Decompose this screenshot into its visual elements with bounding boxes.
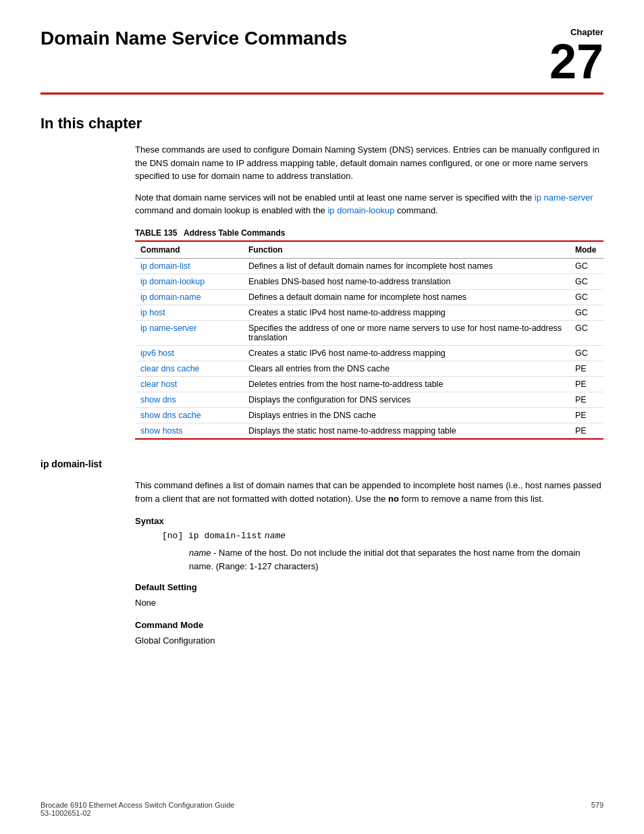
table-row: ip domain-nameDefines a default domain n… [135,289,603,305]
command-link-show-dns-cache[interactable]: show dns cache [140,411,201,420]
table-cell-command: show dns [135,392,243,407]
table-cell-mode: GC [570,258,603,273]
ip-domain-list-body: This command defines a list of domain na… [135,479,603,507]
table-cell-command: clear host [135,376,243,392]
note-text-end: command. [397,205,438,215]
table-cell-mode: GC [570,273,603,289]
chapter-header: Domain Name Service Commands Chapter 27 [41,27,603,95]
chapter-label-block: Chapter 27 [549,27,603,86]
table-cell-function: Creates a static IPv6 host name-to-addre… [243,345,570,361]
syntax-block: [no] ip domain-list name [162,530,603,541]
command-link-clear-dns-cache[interactable]: clear dns cache [140,364,200,373]
syntax-cmd: [no] ip domain-list [162,531,262,541]
table-cell-command: ip domain-lookup [135,273,243,289]
command-mode-heading: Command Mode [135,620,603,630]
table-cell-command: ip domain-list [135,258,243,273]
table-cell-function: Enables DNS-based host name-to-address t… [243,273,570,289]
command-link-ip-name-server[interactable]: ip name-server [140,323,196,333]
page: Domain Name Service Commands Chapter 27 … [0,0,644,834]
table-cell-function: Deletes entries from the host name-to-ad… [243,376,570,392]
chapter-number: 27 [549,34,603,88]
table-row: ip domain-listDefines a list of default … [135,258,603,273]
command-link-show-dns[interactable]: show dns [140,395,176,405]
table-cell-command: ipv6 host [135,345,243,361]
default-value: None [135,596,603,610]
intro-paragraph-1: These commands are used to configure Dom… [135,143,603,183]
note-text-before: Note that domain name services will not … [135,192,532,203]
table-cell-command: ip domain-name [135,289,243,305]
col-header-command: Command [135,241,243,259]
table-cell-mode: GC [570,345,603,361]
command-link-ip-domain-list[interactable]: ip domain-list [140,261,190,271]
table-cell-mode: GC [570,289,603,305]
note-text-mid: command and domain lookup is enabled wit… [135,205,325,215]
table-header-row: Command Function Mode [135,241,603,259]
in-this-chapter-heading: In this chapter [41,115,603,132]
table-row: ip name-serverSpecifies the address of o… [135,320,603,345]
command-link-show-hosts[interactable]: show hosts [140,426,183,436]
table-caption-text: Address Table Commands [180,228,286,238]
table-row: ip hostCreates a static IPv4 host name-t… [135,305,603,320]
table-row: show dns cacheDisplays entries in the DN… [135,407,603,423]
table-cell-mode: GC [570,305,603,320]
table-cell-command: ip name-server [135,320,243,345]
table-cell-function: Displays the configuration for DNS servi… [243,392,570,407]
col-header-mode: Mode [570,241,603,259]
table-cell-command: show dns cache [135,407,243,423]
table-cell-function: Defines a list of default domain names f… [243,258,570,273]
command-link-ipv6-host[interactable]: ipv6 host [140,348,174,358]
table-cell-mode: PE [570,376,603,392]
command-link-ip-domain-name[interactable]: ip domain-name [140,292,201,302]
table-cell-command: clear dns cache [135,361,243,376]
table-cell-function: Specifies the address of one or more nam… [243,320,570,345]
table-row: ip domain-lookupEnables DNS-based host n… [135,273,603,289]
body-text-after: form to remove a name from this list. [402,494,544,504]
table-cell-mode: PE [570,361,603,376]
table-cell-mode: PE [570,407,603,423]
chapter-title: Domain Name Service Commands [41,27,347,50]
col-header-function: Function [243,241,570,259]
param-name: name [189,548,211,558]
syntax-param: name [265,531,286,541]
table-body: ip domain-listDefines a list of default … [135,258,603,439]
table-row: show hostsDisplays the static host name-… [135,423,603,439]
table-cell-mode: PE [570,423,603,439]
table-row: ipv6 hostCreates a static IPv6 host name… [135,345,603,361]
command-link-ip-host[interactable]: ip host [140,308,165,317]
ip-domain-lookup-link[interactable]: ip domain-lookup [327,205,394,215]
footer: Brocade 6910 Ethernet Access Switch Conf… [41,801,603,817]
note-paragraph: Note that domain name services will not … [135,191,603,217]
table-cell-function: Creates a static IPv4 host name-to-addre… [243,305,570,320]
command-mode-value: Global Configuration [135,634,603,648]
table-cell-function: Displays the static host name-to-address… [243,423,570,439]
table-row: clear dns cacheClears all entries from t… [135,361,603,376]
table-row: show dnsDisplays the configuration for D… [135,392,603,407]
ip-domain-list-section-heading: ip domain-list [41,459,603,469]
table-cell-command: ip host [135,305,243,320]
table-cell-function: Clears all entries from the DNS cache [243,361,570,376]
table-label: TABLE 135 [135,228,177,238]
commands-table: Command Function Mode ip domain-listDefi… [135,240,603,440]
table-cell-command: show hosts [135,423,243,439]
default-setting-heading: Default Setting [135,582,603,592]
ip-name-server-link[interactable]: ip name-server [535,192,593,203]
syntax-heading: Syntax [135,516,603,526]
param-description: name - Name of the host. Do not include … [189,546,603,573]
table-row: clear hostDeletes entries from the host … [135,376,603,392]
command-link-clear-host[interactable]: clear host [140,380,177,389]
table-container: TABLE 135 Address Table Commands Command… [135,228,603,440]
table-cell-mode: GC [570,320,603,345]
footer-right: 579 [591,801,603,817]
param-desc-text: - Name of the host. Do not include the i… [189,548,581,571]
command-link-ip-domain-lookup[interactable]: ip domain-lookup [140,277,205,286]
table-cell-mode: PE [570,392,603,407]
no-keyword: no [388,494,399,504]
table-cell-function: Defines a default domain name for incomp… [243,289,570,305]
table-cell-function: Displays entries in the DNS cache [243,407,570,423]
footer-left: Brocade 6910 Ethernet Access Switch Conf… [41,801,234,817]
table-caption: TABLE 135 Address Table Commands [135,228,603,238]
